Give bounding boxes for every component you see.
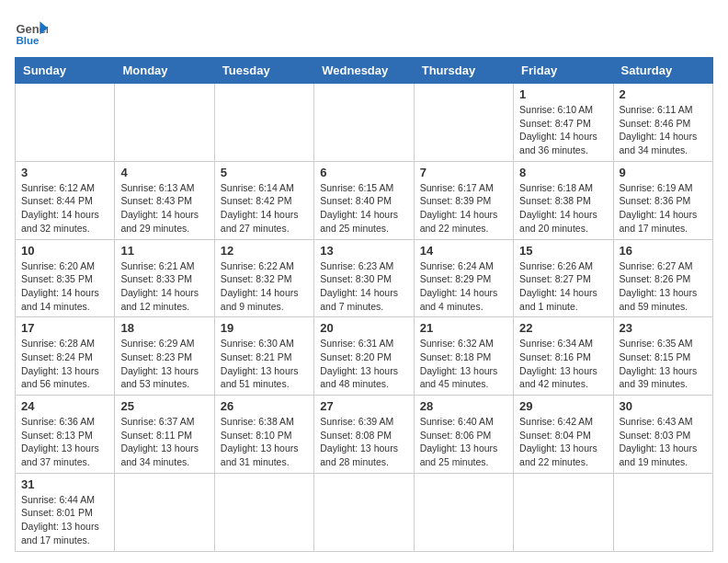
day-number: 15 [519,244,607,258]
day-info: Sunrise: 6:23 AM Sunset: 8:30 PM Dayligh… [320,259,407,314]
day-number: 16 [620,244,707,258]
day-number: 28 [420,399,507,413]
day-cell: 10Sunrise: 6:20 AM Sunset: 8:35 PM Dayli… [16,239,115,317]
header: General Blue [15,15,713,48]
day-number: 21 [420,321,507,335]
day-cell [414,473,513,551]
weekday-monday: Monday [115,58,214,84]
weekday-friday: Friday [514,58,613,84]
day-cell: 7Sunrise: 6:17 AM Sunset: 8:39 PM Daylig… [414,161,513,239]
day-number: 20 [320,321,407,335]
day-cell: 22Sunrise: 6:34 AM Sunset: 8:16 PM Dayli… [514,317,613,396]
day-number: 26 [221,399,308,413]
calendar: SundayMondayTuesdayWednesdayThursdayFrid… [15,57,713,552]
day-number: 6 [320,166,407,179]
day-number: 18 [120,321,208,335]
weekday-saturday: Saturday [613,58,712,84]
day-cell: 19Sunrise: 6:30 AM Sunset: 8:21 PM Dayli… [214,317,313,396]
day-number: 3 [21,166,108,179]
day-cell: 27Sunrise: 6:39 AM Sunset: 8:08 PM Dayli… [314,396,414,474]
day-number: 12 [221,244,308,258]
day-cell [314,84,414,162]
day-cell: 24Sunrise: 6:36 AM Sunset: 8:13 PM Dayli… [16,396,115,474]
day-info: Sunrise: 6:26 AM Sunset: 8:27 PM Dayligh… [519,259,607,314]
day-info: Sunrise: 6:34 AM Sunset: 8:16 PM Dayligh… [519,337,607,391]
day-info: Sunrise: 6:19 AM Sunset: 8:36 PM Dayligh… [620,181,707,236]
day-cell [214,473,313,551]
day-info: Sunrise: 6:18 AM Sunset: 8:38 PM Dayligh… [519,181,607,236]
day-info: Sunrise: 6:14 AM Sunset: 8:42 PM Dayligh… [221,181,308,236]
logo: General Blue [15,15,48,48]
day-cell [16,84,115,162]
day-cell: 20Sunrise: 6:31 AM Sunset: 8:20 PM Dayli… [314,317,414,396]
day-cell: 9Sunrise: 6:19 AM Sunset: 8:36 PM Daylig… [613,161,712,239]
day-cell: 5Sunrise: 6:14 AM Sunset: 8:42 PM Daylig… [214,161,313,239]
day-info: Sunrise: 6:42 AM Sunset: 8:04 PM Dayligh… [519,415,607,469]
day-info: Sunrise: 6:11 AM Sunset: 8:46 PM Dayligh… [620,103,707,157]
day-number: 29 [519,399,607,413]
day-number: 27 [320,399,407,413]
day-number: 7 [420,166,507,179]
day-cell: 30Sunrise: 6:43 AM Sunset: 8:03 PM Dayli… [613,396,712,474]
week-row-5: 24Sunrise: 6:36 AM Sunset: 8:13 PM Dayli… [16,396,713,474]
day-cell: 29Sunrise: 6:42 AM Sunset: 8:04 PM Dayli… [514,396,613,474]
day-number: 13 [320,244,407,258]
day-cell: 12Sunrise: 6:22 AM Sunset: 8:32 PM Dayli… [214,239,313,317]
day-number: 2 [620,87,707,101]
day-info: Sunrise: 6:28 AM Sunset: 8:24 PM Dayligh… [21,337,108,391]
calendar-body: 1Sunrise: 6:10 AM Sunset: 8:47 PM Daylig… [16,84,713,552]
day-cell: 18Sunrise: 6:29 AM Sunset: 8:23 PM Dayli… [115,317,214,396]
day-info: Sunrise: 6:32 AM Sunset: 8:18 PM Dayligh… [420,337,507,391]
day-cell [115,473,214,551]
day-cell: 17Sunrise: 6:28 AM Sunset: 8:24 PM Dayli… [16,317,115,396]
calendar-header: SundayMondayTuesdayWednesdayThursdayFrid… [16,58,713,84]
weekday-sunday: Sunday [16,58,115,84]
day-cell: 8Sunrise: 6:18 AM Sunset: 8:38 PM Daylig… [514,161,613,239]
day-info: Sunrise: 6:39 AM Sunset: 8:08 PM Dayligh… [320,415,407,469]
day-info: Sunrise: 6:31 AM Sunset: 8:20 PM Dayligh… [320,337,407,391]
day-info: Sunrise: 6:24 AM Sunset: 8:29 PM Dayligh… [420,259,507,314]
day-info: Sunrise: 6:30 AM Sunset: 8:21 PM Dayligh… [221,337,308,391]
day-cell: 28Sunrise: 6:40 AM Sunset: 8:06 PM Dayli… [414,396,513,474]
week-row-6: 31Sunrise: 6:44 AM Sunset: 8:01 PM Dayli… [16,473,713,551]
weekday-wednesday: Wednesday [314,58,414,84]
day-cell: 6Sunrise: 6:15 AM Sunset: 8:40 PM Daylig… [314,161,414,239]
day-cell: 14Sunrise: 6:24 AM Sunset: 8:29 PM Dayli… [414,239,513,317]
day-info: Sunrise: 6:12 AM Sunset: 8:44 PM Dayligh… [21,181,108,236]
day-info: Sunrise: 6:13 AM Sunset: 8:43 PM Dayligh… [120,181,208,236]
day-info: Sunrise: 6:22 AM Sunset: 8:32 PM Dayligh… [221,259,308,314]
day-cell [414,84,513,162]
day-info: Sunrise: 6:38 AM Sunset: 8:10 PM Dayligh… [221,415,308,469]
day-number: 4 [120,166,208,179]
weekday-tuesday: Tuesday [214,58,313,84]
week-row-3: 10Sunrise: 6:20 AM Sunset: 8:35 PM Dayli… [16,239,713,317]
day-cell: 23Sunrise: 6:35 AM Sunset: 8:15 PM Dayli… [613,317,712,396]
day-number: 10 [21,244,108,258]
day-number: 23 [620,321,707,335]
day-cell: 1Sunrise: 6:10 AM Sunset: 8:47 PM Daylig… [514,84,613,162]
day-number: 17 [21,321,108,335]
day-cell [115,84,214,162]
day-info: Sunrise: 6:44 AM Sunset: 8:01 PM Dayligh… [21,493,108,547]
weekday-thursday: Thursday [414,58,513,84]
day-info: Sunrise: 6:37 AM Sunset: 8:11 PM Dayligh… [120,415,208,469]
day-info: Sunrise: 6:17 AM Sunset: 8:39 PM Dayligh… [420,181,507,236]
svg-text:Blue: Blue [16,35,40,46]
day-number: 31 [21,477,108,491]
day-cell: 31Sunrise: 6:44 AM Sunset: 8:01 PM Dayli… [16,473,115,551]
day-info: Sunrise: 6:35 AM Sunset: 8:15 PM Dayligh… [620,337,707,391]
day-info: Sunrise: 6:36 AM Sunset: 8:13 PM Dayligh… [21,415,108,469]
day-number: 9 [620,166,707,179]
day-cell: 21Sunrise: 6:32 AM Sunset: 8:18 PM Dayli… [414,317,513,396]
day-info: Sunrise: 6:15 AM Sunset: 8:40 PM Dayligh… [320,181,407,236]
day-number: 19 [221,321,308,335]
day-number: 30 [620,399,707,413]
day-number: 14 [420,244,507,258]
day-number: 8 [519,166,607,179]
day-cell: 25Sunrise: 6:37 AM Sunset: 8:11 PM Dayli… [115,396,214,474]
week-row-2: 3Sunrise: 6:12 AM Sunset: 8:44 PM Daylig… [16,161,713,239]
day-cell: 3Sunrise: 6:12 AM Sunset: 8:44 PM Daylig… [16,161,115,239]
day-cell: 11Sunrise: 6:21 AM Sunset: 8:33 PM Dayli… [115,239,214,317]
day-info: Sunrise: 6:21 AM Sunset: 8:33 PM Dayligh… [120,259,208,314]
day-info: Sunrise: 6:27 AM Sunset: 8:26 PM Dayligh… [620,259,707,314]
